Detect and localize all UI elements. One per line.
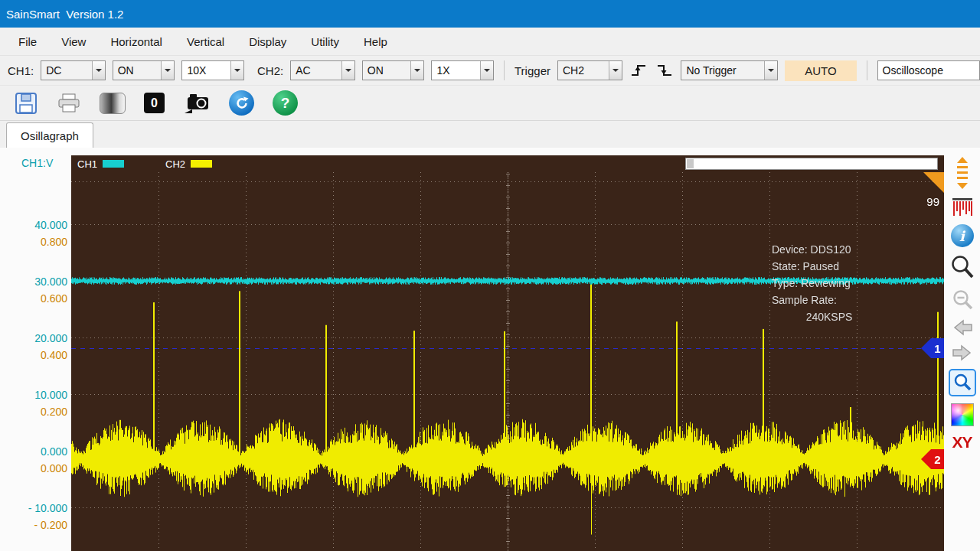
trigger-position-flag-icon[interactable] [923, 172, 944, 193]
device-mode-select[interactable]: Oscilloscope [877, 60, 980, 80]
menu-bar: File View Horizontal Vertical Display Ut… [0, 28, 980, 56]
menu-item-file[interactable]: File [6, 28, 49, 55]
main-content: CH1:V 40.000 0.800 30.000 0.600 20.000 0… [0, 148, 980, 551]
y-label-ch2: 0.200 [0, 403, 67, 420]
zoom-in-icon [949, 254, 975, 282]
display-mode-button[interactable] [100, 93, 126, 114]
ch2-label: CH2: [257, 64, 283, 77]
chevron-down-icon [341, 61, 354, 80]
trigger-mode-value: No Trigger [681, 61, 764, 80]
device-info-overlay: Device: DDS120 State: Paused Type: Revie… [772, 241, 936, 325]
zoom-tool-button[interactable] [949, 369, 976, 396]
refresh-button[interactable] [229, 90, 254, 116]
ch2-color-swatch [191, 160, 212, 168]
sample-rate-value: 240KSPS [772, 308, 887, 325]
tab-bar: Osillagraph [0, 121, 980, 148]
palette-icon [951, 403, 974, 426]
printer-icon [57, 93, 81, 114]
y-axis-label-pair: 10.000 0.200 [0, 386, 67, 420]
ch2-coupling-value: AC [291, 61, 341, 80]
ch2-probe-value: 1X [432, 61, 480, 80]
ch1-state-select[interactable]: ON [113, 60, 175, 80]
window-title: SainSmart Version 1.2 [6, 8, 123, 21]
ch2-coupling-select[interactable]: AC [290, 60, 355, 80]
persistence-button[interactable] [952, 197, 973, 217]
position-badge: 99 [926, 195, 939, 208]
y-label-ch1: 0.000 [0, 443, 67, 460]
ch2-probe-select[interactable]: 1X [431, 60, 494, 80]
menu-item-view[interactable]: View [49, 28, 98, 55]
ch1-coupling-select[interactable]: DC [41, 60, 106, 80]
channel-toolbar: CH1: DC ON 10X CH2: AC ON 1X Trigger C [0, 56, 980, 86]
tab-osillagraph[interactable]: Osillagraph [6, 122, 93, 148]
trigger-level-marker[interactable]: 1 [921, 338, 944, 358]
previous-button[interactable] [951, 318, 974, 337]
persistence-lines-icon [952, 197, 973, 217]
arrow-right-icon [951, 344, 974, 362]
ch2-state-value: ON [363, 61, 411, 80]
arrow-left-icon [951, 318, 974, 337]
ch1-label: CH1: [8, 64, 34, 77]
scope-canvas[interactable] [71, 172, 944, 551]
trigger-source-value: CH2 [558, 61, 609, 80]
y-label-ch1: 10.000 [0, 386, 67, 403]
palette-button[interactable] [951, 403, 974, 426]
right-toolbar: i [944, 148, 980, 551]
save-button[interactable] [14, 91, 38, 116]
ch2-state-select[interactable]: ON [362, 60, 425, 80]
ch2-legend-label: CH2 [165, 158, 185, 170]
marker-arrow-icon [921, 449, 931, 469]
chevron-down-icon [609, 61, 622, 80]
zero-button[interactable]: 0 [144, 93, 165, 113]
help-button[interactable]: ? [273, 90, 298, 116]
toolbar-separator [504, 60, 505, 80]
axis-title: CH1:V [21, 157, 53, 169]
chevron-down-icon [764, 61, 777, 80]
print-button[interactable] [57, 93, 81, 114]
pan-vertical-button[interactable] [952, 155, 972, 191]
zoom-out-button[interactable] [951, 289, 974, 311]
menu-item-utility[interactable]: Utility [299, 28, 351, 55]
ch1-probe-select[interactable]: 10X [181, 60, 244, 80]
help-icon: ? [273, 90, 298, 116]
chevron-down-icon [92, 61, 105, 80]
horizontal-scrollbar[interactable] [685, 158, 938, 170]
ch1-legend-label: CH1 [77, 158, 97, 170]
marker-number: 2 [931, 449, 944, 469]
menu-item-help[interactable]: Help [351, 28, 400, 55]
ch2-zero-marker[interactable]: 2 [921, 449, 944, 469]
ch1-color-swatch [103, 160, 124, 168]
xy-mode-button[interactable]: XY [952, 433, 972, 452]
y-axis-label-pair: 20.000 0.400 [0, 330, 67, 364]
y-label-ch2: 0.800 [0, 233, 67, 250]
zoom-out-icon [951, 289, 974, 311]
info-button[interactable]: i [951, 224, 974, 247]
snapshot-button[interactable] [183, 93, 211, 114]
y-axis-label-pair: 0.000 0.000 [0, 443, 67, 477]
marker-number: 1 [931, 338, 944, 358]
next-button[interactable] [951, 344, 974, 362]
type-line: Type: Reviewing [772, 275, 936, 292]
xy-mode-icon: XY [952, 433, 972, 452]
zoom-in-button[interactable] [949, 254, 975, 282]
ch1-probe-value: 10X [182, 61, 230, 80]
chevron-down-icon [410, 61, 423, 80]
falling-edge-button[interactable] [655, 60, 674, 80]
trigger-mode-select[interactable]: No Trigger [681, 60, 778, 80]
menu-item-display[interactable]: Display [237, 28, 299, 55]
trigger-source-select[interactable]: CH2 [557, 60, 622, 80]
ch1-state-value: ON [113, 61, 162, 80]
rising-edge-button[interactable] [629, 60, 648, 80]
marker-arrow-icon [921, 338, 931, 358]
menu-item-vertical[interactable]: Vertical [175, 28, 237, 55]
menu-item-horizontal[interactable]: Horizontal [98, 28, 175, 55]
action-toolbar: 0 ? [0, 86, 980, 121]
scrollbar-thumb[interactable] [687, 159, 694, 168]
falling-edge-icon [656, 63, 673, 78]
y-label-ch2: 0.400 [0, 347, 67, 364]
save-icon [14, 91, 38, 116]
state-line: State: Paused [772, 258, 936, 275]
device-mode-value: Oscilloscope [878, 61, 979, 80]
auto-mode-button[interactable]: AUTO [785, 60, 856, 81]
refresh-icon [229, 90, 254, 116]
